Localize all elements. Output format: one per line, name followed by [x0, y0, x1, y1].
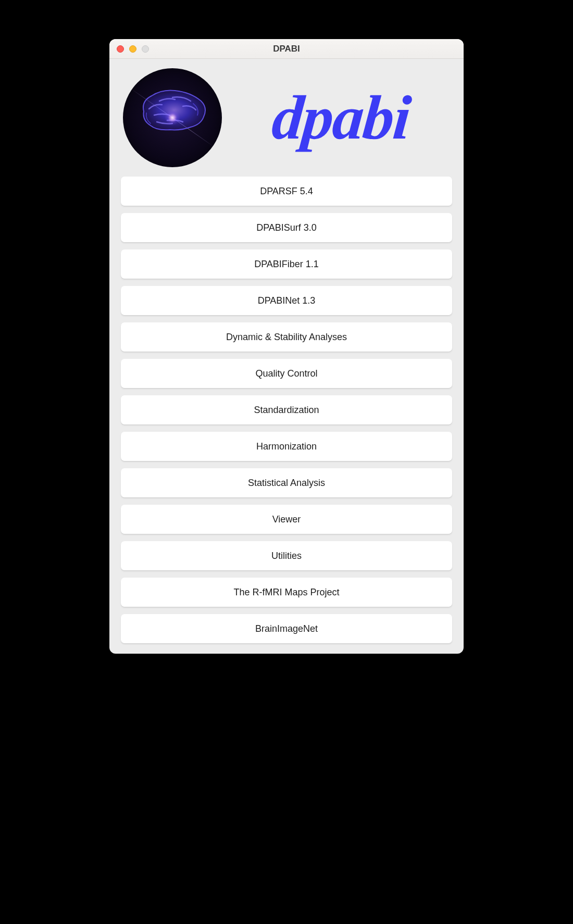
close-icon[interactable]	[117, 45, 124, 53]
dparsf-button[interactable]: DPARSF 5.4	[121, 177, 452, 206]
quality-control-button[interactable]: Quality Control	[121, 359, 452, 388]
dpabisurf-button[interactable]: DPABISurf 3.0	[121, 213, 452, 242]
logo-row: dpabi	[121, 68, 452, 177]
app-wordmark: dpabi	[232, 86, 450, 149]
titlebar[interactable]: DPABI	[109, 39, 464, 59]
brainimagenet-button[interactable]: BrainImageNet	[121, 614, 452, 643]
minimize-icon[interactable]	[129, 45, 136, 53]
menu-button-list: DPARSF 5.4 DPABISurf 3.0 DPABIFiber 1.1 …	[121, 177, 452, 643]
window-title: DPABI	[109, 44, 464, 54]
dynamic-stability-button[interactable]: Dynamic & Stability Analyses	[121, 322, 452, 352]
brain-icon	[123, 68, 222, 167]
viewer-button[interactable]: Viewer	[121, 505, 452, 534]
content-area: dpabi DPARSF 5.4 DPABISurf 3.0 DPABIFibe…	[109, 59, 464, 654]
traffic-lights	[117, 45, 149, 53]
maximize-icon[interactable]	[142, 45, 149, 53]
wordmark-text: dpabi	[270, 86, 413, 149]
dpabifiber-button[interactable]: DPABIFiber 1.1	[121, 249, 452, 279]
statistical-analysis-button[interactable]: Statistical Analysis	[121, 468, 452, 497]
utilities-button[interactable]: Utilities	[121, 541, 452, 570]
app-window: DPABI	[109, 39, 464, 654]
dpabinet-button[interactable]: DPABINet 1.3	[121, 286, 452, 315]
rfmri-maps-button[interactable]: The R-fMRI Maps Project	[121, 578, 452, 607]
standardization-button[interactable]: Standardization	[121, 395, 452, 424]
harmonization-button[interactable]: Harmonization	[121, 432, 452, 461]
